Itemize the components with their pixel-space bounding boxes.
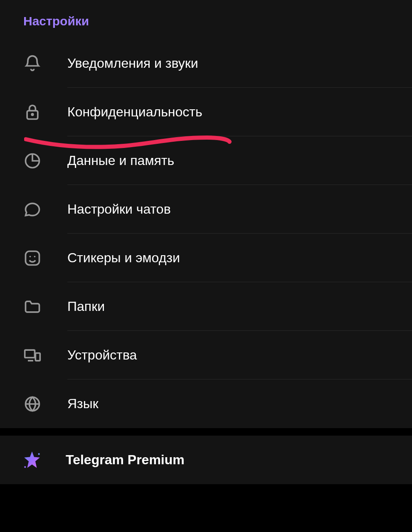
lock-icon [23, 103, 67, 121]
star-icon [22, 450, 42, 470]
settings-item-premium[interactable]: Telegram Premium [0, 436, 412, 484]
folder-icon [23, 298, 67, 316]
svg-point-4 [30, 256, 31, 257]
chat-icon [23, 200, 67, 219]
settings-item-privacy[interactable]: Конфиденциальность [0, 88, 412, 136]
section-spacer [0, 428, 412, 436]
sticker-icon [23, 249, 67, 267]
settings-page: Настройки Уведомления и звуки Конфиденци… [0, 0, 412, 532]
settings-item-label: Папки [67, 299, 105, 314]
settings-item-label: Данные и память [67, 153, 174, 168]
svg-rect-3 [26, 251, 39, 265]
settings-item-devices[interactable]: Устройства [0, 331, 412, 379]
settings-item-label: Настройки чатов [67, 202, 171, 217]
svg-point-10 [38, 453, 40, 455]
settings-item-label: Язык [67, 396, 99, 411]
settings-item-label: Уведомления и звуки [67, 56, 198, 71]
svg-rect-6 [25, 350, 35, 357]
settings-item-folders[interactable]: Папки [0, 282, 412, 331]
settings-section: Настройки Уведомления и звуки Конфиденци… [0, 0, 412, 428]
devices-icon [23, 346, 67, 365]
settings-item-label: Конфиденциальность [67, 104, 202, 120]
settings-item-stickers[interactable]: Стикеры и эмодзи [0, 234, 412, 282]
svg-rect-7 [35, 353, 40, 360]
premium-section: Telegram Premium [0, 436, 412, 484]
settings-item-label: Устройства [67, 347, 137, 363]
settings-item-chats[interactable]: Настройки чатов [0, 185, 412, 234]
svg-point-5 [34, 256, 36, 257]
settings-item-label: Стикеры и эмодзи [67, 250, 180, 266]
section-spacer [0, 484, 412, 492]
svg-point-9 [24, 466, 26, 468]
section-header-settings: Настройки [0, 0, 412, 39]
settings-item-data[interactable]: Данные и память [0, 136, 412, 185]
bell-icon [23, 54, 67, 73]
svg-point-1 [32, 113, 33, 115]
premium-label: Telegram Premium [66, 452, 185, 468]
pie-icon [23, 152, 67, 170]
globe-icon [23, 395, 67, 413]
settings-item-notifications[interactable]: Уведомления и звуки [0, 39, 412, 88]
settings-item-language[interactable]: Язык [0, 379, 412, 428]
